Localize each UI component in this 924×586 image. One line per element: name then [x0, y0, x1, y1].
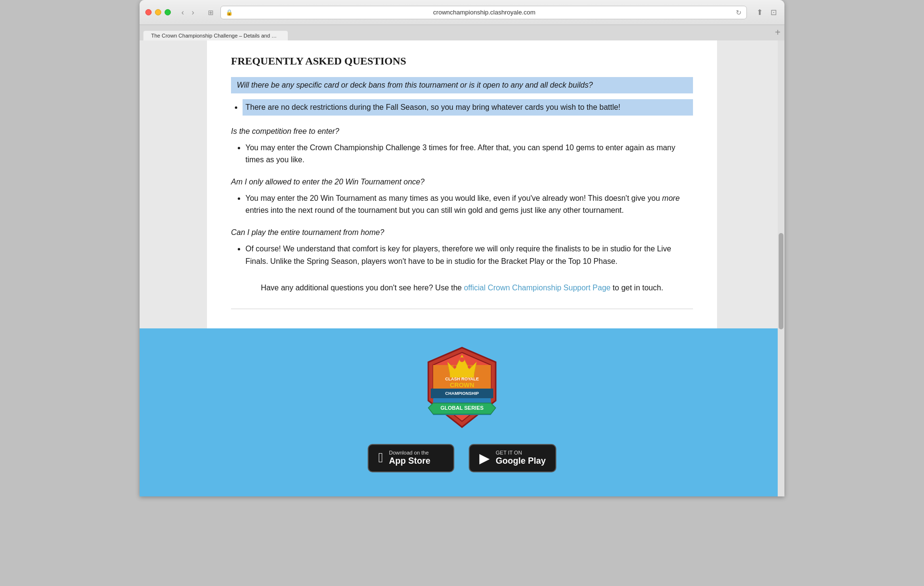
answer-list-3: You may enter the 20 Win Tournament as m…: [231, 192, 693, 217]
answer-2: You may enter the Crown Championship Cha…: [245, 142, 693, 166]
refresh-icon[interactable]: ↻: [736, 9, 742, 16]
app-store-small-text: Download on the: [389, 450, 430, 456]
svg-text:CROWN: CROWN: [450, 381, 475, 389]
close-button[interactable]: [145, 9, 152, 15]
question-1: Will there be any specific card or deck …: [231, 77, 693, 93]
question-3: Am I only allowed to enter the 20 Win To…: [231, 178, 693, 186]
new-tab-button[interactable]: ⊡: [769, 6, 779, 19]
tab-view-button[interactable]: ⊞: [205, 7, 217, 18]
minimize-button[interactable]: [155, 9, 161, 15]
maximize-button[interactable]: [165, 9, 171, 15]
url-display: crownchampionship.clashroyale.com: [236, 9, 733, 16]
tab-bar: The Crown Championship Challenge – Detai…: [140, 25, 784, 40]
answer-1: There are no deck restrictions during th…: [243, 99, 693, 116]
question-4: Can I play the entire tournament from ho…: [231, 228, 693, 237]
crown-championship-logo: CLASH ROYALE CROWN CHAMPIONSHIP GLOBAL S…: [419, 343, 505, 430]
play-icon: ▶: [479, 450, 490, 466]
svg-point-8: [468, 365, 471, 368]
nav-buttons: ‹ ›: [179, 6, 197, 19]
support-link[interactable]: official Crown Championship Support Page: [464, 284, 611, 292]
answer-list-4: Of course! We understand that comfort is…: [231, 243, 693, 267]
question-2: Is the competition free to enter?: [231, 127, 693, 136]
faq-item-3: Am I only allowed to enter the 20 Win To…: [231, 178, 693, 217]
traffic-lights: [145, 9, 171, 15]
scrollbar[interactable]: [778, 40, 784, 496]
active-tab[interactable]: The Crown Championship Challenge – Detai…: [143, 31, 288, 40]
answer-list-2: You may enter the Crown Championship Cha…: [231, 142, 693, 166]
answer-3-text-after: entries into the next round of the tourn…: [245, 206, 624, 214]
section-divider: [231, 309, 693, 309]
support-text-before: Have any additional questions you don't …: [261, 284, 464, 292]
svg-text:GLOBAL SERIES: GLOBAL SERIES: [440, 405, 484, 411]
google-play-large-text: Google Play: [496, 456, 546, 467]
browser-action-buttons: ⬆ ⊡: [755, 6, 779, 19]
share-button[interactable]: ⬆: [755, 6, 765, 19]
support-paragraph: Have any additional questions you don't …: [231, 282, 693, 294]
apple-icon: : [378, 450, 383, 466]
app-download-buttons:  Download on the App Store ▶ GET IT ON …: [368, 444, 556, 472]
app-store-text: Download on the App Store: [389, 450, 430, 467]
answer-3-em: more: [662, 194, 680, 202]
address-bar[interactable]: 🔒 crownchampionship.clashroyale.com ↻: [220, 6, 747, 19]
answer-list-1: There are no deck restrictions during th…: [231, 99, 693, 116]
app-store-button[interactable]:  Download on the App Store: [368, 444, 454, 472]
scrollbar-thumb[interactable]: [779, 233, 783, 329]
svg-point-7: [453, 365, 456, 368]
lock-icon: 🔒: [226, 9, 233, 16]
app-store-large-text: App Store: [389, 456, 430, 467]
faq-title: FREQUENTLY ASKED QUESTIONS: [231, 55, 693, 67]
back-button[interactable]: ‹: [179, 6, 187, 19]
faq-item-1: Will there be any specific card or deck …: [231, 77, 693, 116]
faq-item-4: Can I play the entire tournament from ho…: [231, 228, 693, 267]
footer-section: CLASH ROYALE CROWN CHAMPIONSHIP GLOBAL S…: [140, 328, 784, 496]
forward-button[interactable]: ›: [189, 6, 197, 19]
svg-text:CHAMPIONSHIP: CHAMPIONSHIP: [445, 391, 479, 396]
svg-point-6: [460, 357, 464, 362]
content-card: FREQUENTLY ASKED QUESTIONS Will there be…: [207, 40, 717, 328]
google-play-text: GET IT ON Google Play: [496, 450, 546, 467]
add-tab-button[interactable]: +: [771, 25, 784, 40]
answer-3: You may enter the 20 Win Tournament as m…: [245, 192, 693, 217]
faq-item-2: Is the competition free to enter? You ma…: [231, 127, 693, 166]
google-play-button[interactable]: ▶ GET IT ON Google Play: [469, 444, 556, 472]
support-text-after: to get in touch.: [611, 284, 663, 292]
page-content: FREQUENTLY ASKED QUESTIONS Will there be…: [140, 40, 784, 496]
browser-window: ‹ › ⊞ 🔒 crownchampionship.clashroyale.co…: [140, 0, 784, 496]
browser-titlebar: ‹ › ⊞ 🔒 crownchampionship.clashroyale.co…: [140, 0, 784, 25]
answer-3-text-before: You may enter the 20 Win Tournament as m…: [245, 194, 662, 202]
google-play-small-text: GET IT ON: [496, 450, 546, 456]
answer-4: Of course! We understand that comfort is…: [245, 243, 693, 267]
svg-text:CLASH ROYALE: CLASH ROYALE: [445, 377, 479, 381]
